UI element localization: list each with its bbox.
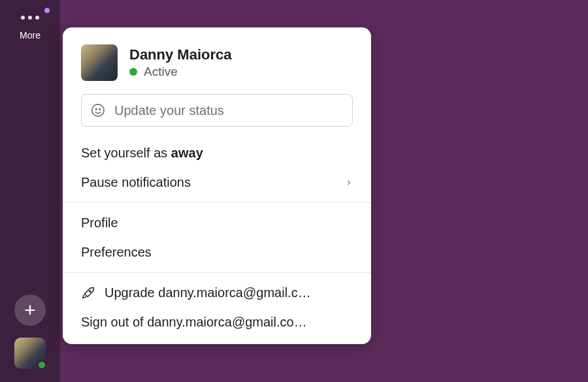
profile-item[interactable]: Profile [63,208,371,238]
set-away-label: Set yourself as away [81,146,203,161]
user-name: Danny Maiorca [129,46,232,63]
divider [63,202,371,203]
sidebar-avatar[interactable] [14,338,46,369]
preferences-item[interactable]: Preferences [63,238,371,267]
presence-text: Active [144,65,178,79]
divider [63,272,371,273]
svg-point-2 [99,108,100,109]
svg-point-3 [90,291,91,292]
presence-dot-icon [129,68,137,76]
signout-item[interactable]: Sign out of danny.maiorca@gmail.co… [63,308,371,344]
status-input[interactable]: Update your status [81,94,353,127]
svg-point-1 [96,108,97,109]
pause-notifications-item[interactable]: Pause notifications [63,168,371,197]
more-label[interactable]: More [20,30,41,40]
user-menu: Danny Maiorca Active Update your status … [63,27,371,344]
compose-button[interactable]: + [14,294,46,326]
set-away-item[interactable]: Set yourself as away [63,138,371,168]
menu-header: Danny Maiorca Active [63,44,371,94]
notification-badge [44,8,50,13]
upgrade-item[interactable]: Upgrade danny.maiorca@gmail.c… [63,278,371,308]
smiley-icon [91,103,105,118]
user-avatar [81,44,118,81]
signout-label: Sign out of danny.maiorca@gmail.co… [81,315,307,330]
profile-label: Profile [81,215,118,231]
pause-notifications-label: Pause notifications [81,175,191,190]
preferences-label: Preferences [81,245,152,260]
sidebar: More + [0,0,60,382]
presence-indicator [37,360,47,370]
svg-point-0 [92,104,104,116]
chevron-right-icon [345,175,353,190]
more-icon[interactable] [21,16,39,20]
rocket-icon [81,286,95,300]
upgrade-label: Upgrade danny.maiorca@gmail.c… [105,285,311,300]
plus-icon: + [24,300,36,320]
status-placeholder: Update your status [114,103,224,118]
user-presence: Active [129,65,232,79]
